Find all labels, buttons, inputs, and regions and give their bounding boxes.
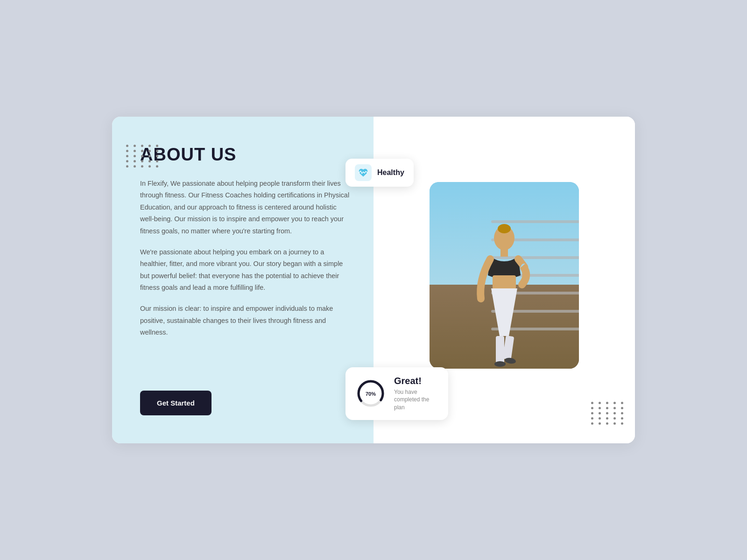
dot [591,407,593,409]
dot [591,417,593,420]
dot [148,145,151,147]
dot [126,150,128,152]
dot [134,155,136,157]
dot [621,402,623,404]
dot [141,160,143,162]
dot [613,407,616,409]
content-area: ABOUT US In Flexify, We passionate about… [140,145,350,348]
get-started-button[interactable]: Get Started [140,391,211,415]
svg-rect-5 [503,336,514,360]
dot [599,412,601,414]
dot [148,160,151,162]
dot [126,160,128,162]
dot [134,150,136,152]
dot [621,422,623,425]
progress-card: 70% Great! You have completed the plan [345,367,448,420]
progress-subtitle: You have completed the plan [394,388,438,412]
dot [613,412,616,414]
progress-info: Great! You have completed the plan [394,376,438,412]
person-figure [467,224,542,369]
about-paragraph-3: Our mission is clear: to inspire and emp… [140,303,350,338]
about-title: ABOUT US [140,145,350,165]
dot [141,165,143,168]
dot [141,150,143,152]
svg-point-1 [498,224,511,233]
svg-rect-2 [500,248,508,257]
dot [606,412,608,414]
dot [141,145,143,147]
dot [156,160,158,162]
about-paragraph-2: We're passionate about helping you embar… [140,246,350,294]
fitness-image [430,182,579,369]
dot [591,402,593,404]
svg-point-6 [494,361,506,367]
dot [148,155,151,157]
right-panel: Healthy 70% Great! You have completed th… [374,117,635,443]
dot [126,165,128,168]
dot [126,155,128,157]
dot [613,422,616,425]
dot [141,155,143,157]
dot [599,407,601,409]
healthy-icon-container [355,164,372,181]
svg-rect-3 [493,275,516,289]
main-card: ABOUT US In Flexify, We passionate about… [112,117,635,443]
dot [156,165,158,168]
dot [621,407,623,409]
great-title: Great! [394,376,438,386]
dot [606,422,608,425]
dot [156,150,158,152]
dots-bottom-right [591,402,626,425]
heartbeat-icon [358,168,368,178]
dot [613,402,616,404]
progress-circle: 70% [356,378,386,408]
svg-rect-4 [496,336,504,364]
dot [606,417,608,420]
fence-bar [491,220,579,223]
dot [599,417,601,420]
dot [148,165,151,168]
dots-top-left [126,145,161,168]
dot [599,402,601,404]
dot [613,417,616,420]
dot [591,422,593,425]
dot [148,150,151,152]
dot [134,145,136,147]
dot [606,402,608,404]
dot [606,407,608,409]
dot [134,160,136,162]
fitness-image-bg [430,182,579,369]
dot [134,165,136,168]
dot [621,412,623,414]
dot [591,412,593,414]
healthy-badge: Healthy [345,159,414,187]
dot [156,155,158,157]
svg-text:70%: 70% [366,391,376,397]
dot [126,145,128,147]
dot [156,145,158,147]
about-paragraph-1: In Flexify, We passionate about helping … [140,178,350,237]
dot [599,422,601,425]
dot [621,417,623,420]
healthy-label: Healthy [377,168,404,177]
